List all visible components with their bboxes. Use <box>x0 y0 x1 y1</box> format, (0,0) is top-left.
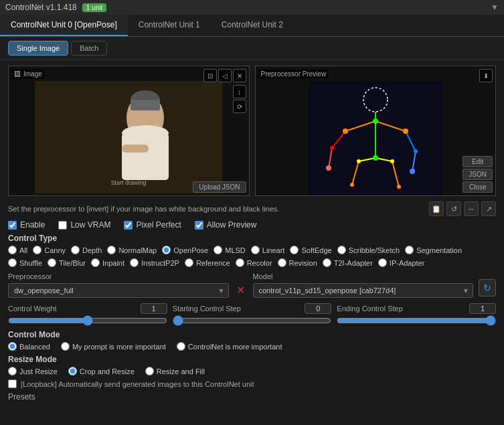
low-vram-checkbox-input[interactable] <box>58 221 67 230</box>
control-weight-value[interactable]: 1 <box>141 303 167 314</box>
svg-rect-4 <box>131 100 160 110</box>
radio-canny[interactable]: Canny <box>33 246 66 254</box>
radio-balanced[interactable]: Balanced <box>8 342 50 351</box>
ending-control-step-group: Ending Control Step 1 <box>337 303 496 326</box>
image-controls: ⊡ ◁ ✕ <box>203 69 246 82</box>
control-mode-options: Balanced My prompt is more important Con… <box>8 342 496 351</box>
title-bar: ControlNet v1.1.418 1 unit ▼ <box>0 0 504 15</box>
control-type-label: Control Type <box>8 234 496 243</box>
svg-point-37 <box>326 165 331 171</box>
preprocessor-label: Preprocessor <box>8 272 229 280</box>
image-ctrl-refresh[interactable]: ⟳ <box>233 100 246 113</box>
low-vram-label: Low VRAM <box>70 220 110 230</box>
undo-icon[interactable]: ↺ <box>446 201 461 216</box>
refresh-model-button[interactable]: ↻ <box>479 279 496 296</box>
expand-icon[interactable]: ↗ <box>481 201 496 216</box>
resize-mode-options: Just Resize Crop and Resize Resize and F… <box>8 367 496 375</box>
checkboxes-row: Enable Low VRAM Pixel Perfect Allow Prev… <box>8 220 496 230</box>
allow-preview-label: Allow Preview <box>207 220 257 230</box>
starting-control-step-slider[interactable] <box>173 315 332 326</box>
radio-just-resize[interactable]: Just Resize <box>8 367 58 375</box>
info-icons: 📋 ↺ ↔ ↗ <box>429 201 496 216</box>
starting-control-step-value[interactable]: 0 <box>305 303 331 314</box>
svg-point-30 <box>414 149 418 153</box>
image-ctrl-square[interactable]: ⊡ <box>203 69 217 82</box>
preview-download-button[interactable]: ⬇ <box>479 69 493 82</box>
loopback-checkbox[interactable] <box>8 379 17 388</box>
upload-json-button[interactable]: Upload JSON <box>193 181 246 193</box>
preprocessor-select[interactable]: dw_openpose_full <box>8 283 229 298</box>
main-tabs: ControlNet Unit 0 [OpenPose] ControlNet … <box>0 15 504 37</box>
radio-reference[interactable]: Reference <box>185 258 230 267</box>
close-button[interactable]: Close <box>463 181 493 193</box>
subtab-single-image[interactable]: Single Image <box>8 41 68 56</box>
radio-t2iadapter[interactable]: T2I-Adapter <box>323 258 373 267</box>
radio-normalmap[interactable]: NormalMap <box>107 246 157 254</box>
control-mode-label: Control Mode <box>8 330 496 339</box>
pixel-perfect-checkbox[interactable]: Pixel Perfect <box>124 220 181 230</box>
control-weight-slider[interactable] <box>8 315 167 326</box>
svg-point-38 <box>410 169 415 174</box>
control-type-row2: Shuffle Tile/Blur Inpaint InstructP2P Re… <box>8 258 496 267</box>
radio-resize-and-fill[interactable]: Resize and Fill <box>145 367 205 375</box>
preview-panel-label: Preprocessor Preview <box>258 69 329 79</box>
radio-depth[interactable]: Depth <box>71 246 102 254</box>
enable-label: Enable <box>20 220 45 230</box>
radio-lineart[interactable]: Lineart <box>251 246 285 254</box>
svg-rect-8 <box>122 145 149 153</box>
clipboard-icon[interactable]: 📋 <box>429 201 444 216</box>
json-button[interactable]: JSON <box>463 169 493 180</box>
radio-shuffle[interactable]: Shuffle <box>8 258 42 267</box>
control-type-row1: All Canny Depth NormalMap OpenPose MLSD … <box>8 246 496 254</box>
model-select[interactable]: control_v11p_sd15_openpose [cab727d4] <box>253 283 474 298</box>
edit-button[interactable]: Edit <box>463 156 493 167</box>
image-ctrl-close[interactable]: ✕ <box>233 69 246 82</box>
low-vram-checkbox[interactable]: Low VRAM <box>58 220 110 230</box>
clear-preprocessor-button[interactable]: ✕ <box>234 284 248 296</box>
radio-segmentation[interactable]: Segmentation <box>405 246 462 254</box>
tab-unit2[interactable]: ControlNet Unit 2 <box>211 15 294 36</box>
radio-myprompt[interactable]: My prompt is more important <box>61 342 166 351</box>
radio-crop-and-resize[interactable]: Crop and Resize <box>68 367 135 375</box>
model-label: Model <box>253 272 474 280</box>
control-type-section: Control Type All Canny Depth NormalMap O… <box>8 234 496 267</box>
image-ctrl-back[interactable]: ◁ <box>218 69 232 82</box>
tab-unit0[interactable]: ControlNet Unit 0 [OpenPose] <box>0 15 128 36</box>
sub-tabs: Single Image Batch <box>0 37 504 60</box>
swap-icon[interactable]: ↔ <box>464 201 479 216</box>
radio-instructp2p[interactable]: InstructP2P <box>130 258 179 267</box>
radio-openpose[interactable]: OpenPose <box>162 246 208 254</box>
radio-all[interactable]: All <box>8 246 27 254</box>
image-icon: 🖼 <box>14 70 21 78</box>
control-weight-group: Control Weight 1 <box>8 303 167 326</box>
allow-preview-checkbox[interactable]: Allow Preview <box>195 220 257 230</box>
radio-scribblesketch[interactable]: Scribble/Sketch <box>337 246 400 254</box>
enable-checkbox-input[interactable] <box>8 221 17 230</box>
subtab-batch[interactable]: Batch <box>71 41 107 56</box>
tab-unit1[interactable]: ControlNet Unit 1 <box>128 15 211 36</box>
ending-control-step-value[interactable]: 1 <box>469 303 496 314</box>
radio-tileblur[interactable]: Tile/Blur <box>48 258 86 267</box>
svg-point-26 <box>343 129 348 134</box>
preprocessor-preview-panel: Preprocessor Preview ⬇ <box>255 66 497 196</box>
radio-softedge[interactable]: SoftEdge <box>290 246 331 254</box>
radio-inpaint[interactable]: Inpaint <box>91 258 124 267</box>
allow-preview-checkbox-input[interactable] <box>195 221 203 230</box>
download-icon[interactable]: ⬇ <box>479 69 493 82</box>
ending-control-step-slider[interactable] <box>337 315 496 326</box>
image-ctrl-arrows[interactable]: ↕ <box>233 85 246 98</box>
presets-label: Presets <box>8 392 496 402</box>
radio-controlnet-important[interactable]: ControlNet is more important <box>177 342 282 351</box>
radio-ipadapter[interactable]: IP-Adapter <box>378 258 425 267</box>
info-text: Set the preprocessor to [invert] if your… <box>8 205 279 213</box>
image-extra-controls: ↕ ⟳ <box>233 85 246 113</box>
app-title: ControlNet v1.1.418 <box>5 3 77 12</box>
image-area: 🖼 Image ⊡ ◁ ✕ ↕ ⟳ <box>8 66 496 196</box>
radio-mlsd[interactable]: MLSD <box>214 246 246 254</box>
collapse-arrow[interactable]: ▼ <box>491 3 499 12</box>
radio-recolor[interactable]: Recolor <box>236 258 272 267</box>
enable-checkbox[interactable]: Enable <box>8 220 45 230</box>
sliders-row: Control Weight 1 Starting Control Step 0… <box>8 303 496 326</box>
pixel-perfect-checkbox-input[interactable] <box>124 221 133 230</box>
radio-revision[interactable]: Revision <box>278 258 317 267</box>
